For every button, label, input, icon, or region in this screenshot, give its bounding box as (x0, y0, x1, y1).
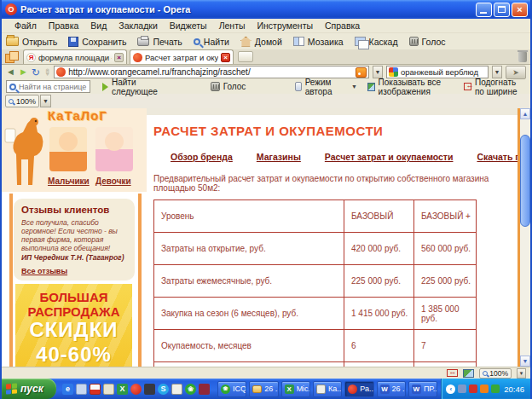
nav-brand-overview[interactable]: Обзор бренда (171, 152, 233, 162)
nav-cost-calculation[interactable]: Расчет затрат и окупаемости (325, 152, 454, 162)
find-button[interactable]: Найти (194, 37, 229, 47)
all-reviews-link[interactable]: Все отзывы (21, 267, 67, 275)
task-icq[interactable]: ❀ICQ (217, 381, 246, 397)
url-input[interactable] (68, 67, 353, 77)
zoom-icon (9, 99, 14, 104)
task-word-2[interactable]: WПР... (408, 381, 437, 397)
tray-icon-1[interactable] (458, 385, 466, 393)
scroll-down-icon[interactable]: ▼ (520, 356, 530, 367)
girls-photo[interactable] (95, 127, 133, 171)
images-icon[interactable] (463, 369, 474, 378)
menu-help[interactable]: Справка (319, 20, 366, 32)
save-button[interactable]: Сохранить (68, 37, 126, 47)
clock[interactable]: 20:46 (504, 385, 524, 394)
fit-width-icon[interactable] (447, 369, 458, 377)
author-mode-dropdown-icon[interactable]: ▼ (350, 84, 359, 90)
minimize-button[interactable] (476, 3, 492, 17)
page-title: РАСЧЕТ ЗАТРАТ И ОКУПАЕМОСТИ (153, 124, 518, 138)
panels-toggle-icon[interactable] (5, 51, 20, 63)
nav-download-presentation[interactable]: Скачать презентацию (477, 152, 518, 162)
task-folder[interactable]: 26 ... (249, 381, 278, 397)
web-search-input[interactable] (401, 67, 486, 77)
new-tab-button[interactable] (238, 51, 253, 62)
address-bar: ◄ ► ↻ ✎ ▼ ▼ ➤ (2, 65, 530, 79)
skype-icon[interactable]: S (158, 384, 169, 395)
reload-icon[interactable]: ↻ (32, 67, 40, 78)
open-button[interactable]: Открыть (6, 37, 57, 47)
antivirus-icon[interactable] (199, 384, 210, 395)
task-opera-active[interactable]: Ра... (344, 381, 373, 397)
tile-button[interactable]: Мозаика (293, 37, 344, 47)
reviews-title: Отзывы клиентов (21, 205, 127, 215)
scrollbar-thumb[interactable] (520, 135, 530, 227)
menu-feeds[interactable]: Ленты (213, 20, 252, 32)
show-desktop-icon[interactable] (76, 384, 87, 395)
icq-icon[interactable]: ❀ (185, 384, 196, 395)
fit-width-button[interactable]: Подогнать по ширине (464, 78, 526, 96)
mail-icon[interactable] (90, 384, 101, 395)
menu-bookmarks[interactable]: Закладки (113, 20, 163, 32)
find-on-page-field[interactable] (6, 80, 90, 93)
document-icon[interactable] (171, 384, 182, 395)
status-zoom-control[interactable]: 100% (479, 368, 512, 379)
tab-close-icon[interactable]: × (114, 53, 124, 62)
table-cell: Закупка на сезон (6 месяцев), руб. (154, 298, 344, 330)
table-cell: 420 000 руб. (344, 233, 414, 265)
maximize-button[interactable] (494, 3, 510, 17)
menu-widgets[interactable]: Виджеты (164, 20, 213, 32)
close-button[interactable]: × (512, 3, 528, 17)
author-mode-button[interactable]: Режим автора (295, 78, 338, 96)
back-icon[interactable]: ◄ (6, 67, 15, 77)
task-word-1[interactable]: W26 ... (377, 381, 406, 397)
start-button[interactable]: пуск (2, 379, 56, 399)
nav-shops[interactable]: Магазины (257, 152, 301, 162)
cascade-button[interactable]: Каскад (355, 37, 398, 47)
site-logo[interactable]: КаТаЛоГ (48, 108, 107, 123)
tab-raschet-active[interactable]: Расчет затрат и окупа... × (130, 49, 234, 64)
tray-chevron-icon[interactable]: ‹ (446, 385, 455, 394)
trash-icon[interactable] (518, 52, 527, 62)
table-cell: 965 000 руб. (414, 362, 477, 367)
menu-tools[interactable]: Инструменты (252, 20, 319, 32)
boys-link[interactable]: Мальчики (48, 176, 90, 186)
print-button[interactable]: Печать (137, 37, 182, 47)
sale-banner[interactable]: БОЛЬШАЯ РАСПРОДАЖА СКИДКИ 40-60% (15, 284, 132, 367)
task-excel[interactable]: XMic... (281, 381, 310, 397)
menu-view[interactable]: Вид (84, 20, 113, 32)
find-next-button[interactable]: Найти следующее (102, 78, 158, 96)
tab-close-icon[interactable]: × (221, 53, 230, 62)
zoom-dropdown-icon[interactable]: ▼ (40, 95, 51, 107)
table-cell: Затраты ежемесячные, руб. (154, 265, 344, 298)
voice-button[interactable]: Голос (409, 37, 446, 47)
home-button[interactable]: Домой (240, 37, 282, 47)
printer-icon (137, 38, 149, 46)
excel-icon[interactable]: X (117, 384, 128, 395)
tray-icon-2[interactable] (469, 385, 477, 393)
show-images-button[interactable]: Показывать все изображения (367, 78, 448, 96)
boys-photo[interactable] (49, 127, 87, 171)
tray-layout-indicator-icon[interactable] (480, 385, 489, 393)
vertical-scrollbar[interactable]: ▲ ▼ (518, 108, 530, 367)
opera-icon[interactable] (130, 384, 142, 395)
girls-link[interactable]: Девочки (95, 176, 131, 186)
menu-edit[interactable]: Правка (43, 20, 84, 32)
task-label: 26 ... (392, 385, 406, 393)
media-player-icon[interactable] (144, 384, 155, 395)
scrollbar-track[interactable] (520, 119, 530, 356)
task-notepad[interactable]: Ка... (313, 381, 342, 397)
menu-file[interactable]: Файл (9, 20, 43, 32)
explorer-icon[interactable] (103, 384, 114, 395)
table-cell: 7 (414, 330, 477, 362)
task-label: Mic... (297, 385, 310, 393)
site-favicon (133, 53, 142, 62)
find-on-page-input[interactable] (19, 83, 87, 91)
scroll-up-icon[interactable]: ▲ (520, 108, 530, 119)
zoom-control[interactable]: 100% (5, 95, 39, 107)
forward-icon[interactable]: ► (19, 67, 28, 77)
status-zoom-dropdown-icon[interactable]: ▼ (517, 368, 526, 379)
rss-icon[interactable] (356, 67, 367, 78)
tray-icon-4[interactable] (491, 385, 500, 393)
voice-button[interactable]: Голос (211, 82, 246, 91)
ie-icon[interactable]: e (62, 384, 73, 395)
tab-formula[interactable]: Я формула площади — Я... × (23, 49, 127, 64)
